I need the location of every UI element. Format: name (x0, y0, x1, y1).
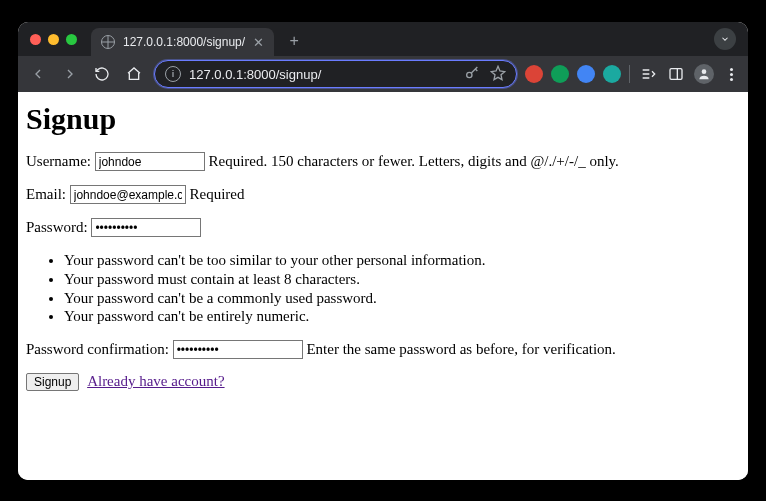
page-title: Signup (26, 102, 740, 136)
password-confirm-row: Password confirmation: Enter the same pa… (26, 340, 740, 359)
tab-bar: 127.0.0.1:8000/signup/ ✕ + (18, 22, 748, 56)
browser-tab[interactable]: 127.0.0.1:8000/signup/ ✕ (91, 28, 274, 56)
browser-window: 127.0.0.1:8000/signup/ ✕ + i 127.0.0.1:8… (18, 22, 748, 480)
site-info-icon[interactable]: i (165, 66, 181, 82)
profile-avatar[interactable] (694, 64, 714, 84)
password-rule: Your password can't be entirely numeric. (64, 307, 740, 326)
address-bar[interactable]: i 127.0.0.1:8000/signup/ (154, 60, 517, 88)
browser-menu-button[interactable] (722, 68, 740, 81)
reload-button[interactable] (90, 62, 114, 86)
actions-row: Signup Already have account? (26, 373, 740, 391)
password-rule: Your password can't be too similar to yo… (64, 251, 740, 270)
tab-title: 127.0.0.1:8000/signup/ (123, 35, 245, 49)
url-text: 127.0.0.1:8000/signup/ (189, 67, 456, 82)
svg-point-2 (702, 69, 707, 74)
media-controls-icon[interactable] (638, 66, 658, 82)
signup-button[interactable]: Signup (26, 373, 79, 391)
password-rules-list: Your password can't be too similar to yo… (26, 251, 740, 326)
expand-tabs-button[interactable] (714, 28, 736, 50)
back-button[interactable] (26, 62, 50, 86)
extension-icons (525, 65, 621, 83)
username-help: Required. 150 characters or fewer. Lette… (208, 153, 618, 169)
browser-toolbar: i 127.0.0.1:8000/signup/ (18, 56, 748, 92)
email-label: Email: (26, 186, 66, 202)
password-label: Password: (26, 219, 88, 235)
close-window-button[interactable] (30, 34, 41, 45)
window-controls (30, 34, 77, 45)
email-input[interactable] (70, 185, 186, 204)
extension-2-icon[interactable] (551, 65, 569, 83)
email-help: Required (190, 186, 245, 202)
svg-rect-1 (670, 69, 682, 80)
password-rule: Your password must contain at least 8 ch… (64, 270, 740, 289)
password-confirm-label: Password confirmation: (26, 341, 169, 357)
panel-icon[interactable] (666, 66, 686, 82)
username-label: Username: (26, 153, 91, 169)
email-row: Email: Required (26, 185, 740, 204)
password-row: Password: (26, 218, 740, 237)
toolbar-divider (629, 65, 630, 83)
password-confirm-input[interactable] (173, 340, 303, 359)
already-have-account-link[interactable]: Already have account? (87, 373, 224, 389)
bookmark-star-icon[interactable] (490, 65, 506, 84)
new-tab-button[interactable]: + (284, 32, 304, 50)
page-content: Signup Username: Required. 150 character… (18, 92, 748, 480)
globe-icon (101, 35, 115, 49)
close-tab-button[interactable]: ✕ (253, 36, 264, 49)
username-input[interactable] (95, 152, 205, 171)
svg-point-0 (467, 72, 472, 77)
password-confirm-help: Enter the same password as before, for v… (306, 341, 615, 357)
home-button[interactable] (122, 62, 146, 86)
minimize-window-button[interactable] (48, 34, 59, 45)
forward-button[interactable] (58, 62, 82, 86)
username-row: Username: Required. 150 characters or fe… (26, 152, 740, 171)
password-rule: Your password can't be a commonly used p… (64, 289, 740, 308)
password-key-icon[interactable] (464, 65, 480, 84)
extension-4-icon[interactable] (603, 65, 621, 83)
extension-1-icon[interactable] (525, 65, 543, 83)
extension-3-icon[interactable] (577, 65, 595, 83)
maximize-window-button[interactable] (66, 34, 77, 45)
password-input[interactable] (91, 218, 201, 237)
